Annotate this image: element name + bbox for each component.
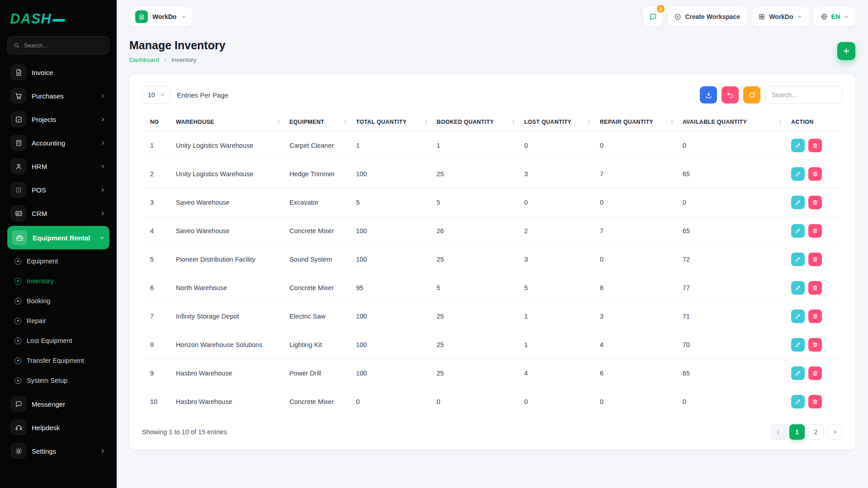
sidebar-item-accounting[interactable]: Accounting [7,131,109,155]
refresh-button[interactable] [743,86,760,103]
delete-button[interactable] [808,366,822,380]
sort-icon: ▲▼ [670,119,673,125]
delete-button[interactable] [808,395,822,408]
entries-per-page-select[interactable]: 10 [142,86,171,104]
cell-total-quantity: 100 [351,302,432,331]
column-available-quantity[interactable]: AVAILABLE QUANTITY▲▼ [678,113,787,131]
cell-no: 8 [142,331,171,359]
chevron-down-icon [797,14,802,19]
sidebar-item-equipment-rental[interactable]: Equipment Rental [7,226,109,249]
pagination-page-2-button[interactable]: 2 [808,424,824,440]
sidebar-subitem-system-setup[interactable]: System Setup [7,371,109,390]
sidebar-subitem-equipment[interactable]: Equipment [7,251,109,271]
sidebar-item-pos[interactable]: POS [7,178,109,202]
cell-available-quantity: 72 [678,245,787,274]
sidebar-item-invoice[interactable]: Invoice [7,61,109,84]
pagination-prev-button[interactable] [770,424,786,440]
pagination-page-1-button[interactable]: 1 [789,424,805,440]
trash-icon [812,199,818,206]
add-inventory-button[interactable] [837,42,855,60]
edit-button[interactable] [791,224,805,238]
column-label: LOST QUANTITY [524,119,571,125]
delete-button[interactable] [808,281,822,295]
sort-icon: ▲▼ [779,119,782,125]
workspace-switcher[interactable]: WorkDo [129,7,192,26]
delete-button[interactable] [808,167,822,181]
brand-logo[interactable]: DASH [7,10,109,36]
cell-booked-quantity: 26 [432,217,520,245]
column-lost-quantity[interactable]: LOST QUANTITY▲▼ [519,113,595,131]
sidebar-item-crm[interactable]: CRM [7,202,109,225]
sidebar-search-input[interactable] [24,42,104,49]
sidebar-subitem-booking[interactable]: Booking [7,291,109,311]
column-repair-quantity[interactable]: REPAIR QUANTITY▲▼ [595,113,678,131]
table-row: 8 Horizon Warehouse Solutions Lighting K… [142,331,843,359]
edit-button[interactable] [791,196,805,209]
edit-button[interactable] [791,139,805,152]
cell-repair-quantity: 3 [595,302,678,331]
sidebar-item-settings[interactable]: Settings [7,439,109,463]
cell-no: 2 [142,160,171,188]
sidebar-item-purchases[interactable]: Purchases [7,84,109,108]
delete-button[interactable] [808,253,822,266]
delete-button[interactable] [808,310,822,323]
table-search-input[interactable] [765,86,843,104]
row-actions [791,338,838,352]
table-actions [700,86,843,104]
workspace-menu-button[interactable]: WorkDo [752,7,808,26]
edit-button[interactable] [791,253,805,266]
sidebar-subitem-lost-equipment[interactable]: Lost Equipment [7,331,109,351]
cell-total-quantity: 100 [351,331,432,359]
column-total-quantity[interactable]: TOTAL QUANTITY▲▼ [351,113,432,131]
column-no[interactable]: NO [142,113,171,131]
sidebar-subitem-transfer-equipment[interactable]: Transfer Equipment [7,351,109,371]
sidebar-subitem-repair[interactable]: Repair [7,311,109,331]
create-workspace-button[interactable]: Create Workspace [668,7,746,26]
delete-button[interactable] [808,338,822,352]
sidebar-search[interactable] [7,36,109,54]
cell-no: 6 [142,274,171,302]
sidebar-item-label: CRM [32,210,47,217]
hrm-icon [11,159,26,174]
breadcrumb-link-dashboard[interactable]: Dashboard [129,56,159,63]
export-button[interactable] [700,86,717,103]
column-equipment[interactable]: EQUIPMENT▲▼ [285,113,351,131]
cell-available-quantity: 65 [678,160,787,188]
circle-dot-icon [14,338,21,344]
edit-pencil-icon [795,342,801,348]
sidebar-subitem-inventory[interactable]: Inventory [7,271,109,291]
edit-button[interactable] [791,310,805,323]
sidebar-item-hrm[interactable]: HRM [7,155,109,178]
edit-pencil-icon [795,313,801,319]
cell-lost-quantity: 2 [519,217,595,245]
column-warehouse[interactable]: WAREHOUSE▲▼ [171,113,285,131]
edit-button[interactable] [791,395,805,408]
edit-button[interactable] [791,366,805,380]
delete-button[interactable] [808,139,822,152]
edit-button[interactable] [791,338,805,352]
edit-button[interactable] [791,167,805,181]
cell-repair-quantity: 7 [595,160,678,188]
delete-button[interactable] [808,224,822,238]
column-booked-quantity[interactable]: BOOKED QUANTITY▲▼ [432,113,520,131]
workspace-menu-label: WorkDo [769,13,793,20]
cell-lost-quantity: 5 [519,274,595,302]
pagination-next-button[interactable] [827,424,843,440]
chevron-right-icon [100,211,106,216]
sidebar-item-helpdesk[interactable]: Helpdesk [7,416,109,439]
messages-button[interactable]: 0 [643,7,662,26]
sidebar-item-projects[interactable]: Projects [7,108,109,131]
language-button[interactable]: EN [814,7,855,26]
cell-equipment: Carpet Cleaner [285,131,351,160]
reset-button[interactable] [722,86,739,103]
cell-booked-quantity: 25 [432,245,520,274]
cell-warehouse: Pioneer Distribution Facility [171,245,285,274]
cell-equipment: Concrete Mixer [285,217,351,245]
delete-button[interactable] [808,196,822,209]
edit-button[interactable] [791,281,805,295]
sidebar-item-messenger[interactable]: Messenger [7,392,109,416]
edit-pencil-icon [795,199,801,206]
sort-icon: ▲▼ [424,119,427,125]
cell-booked-quantity: 5 [432,274,520,302]
table-row: 4 Saveo Warehouse Concrete Mixer 100 26 … [142,217,843,245]
